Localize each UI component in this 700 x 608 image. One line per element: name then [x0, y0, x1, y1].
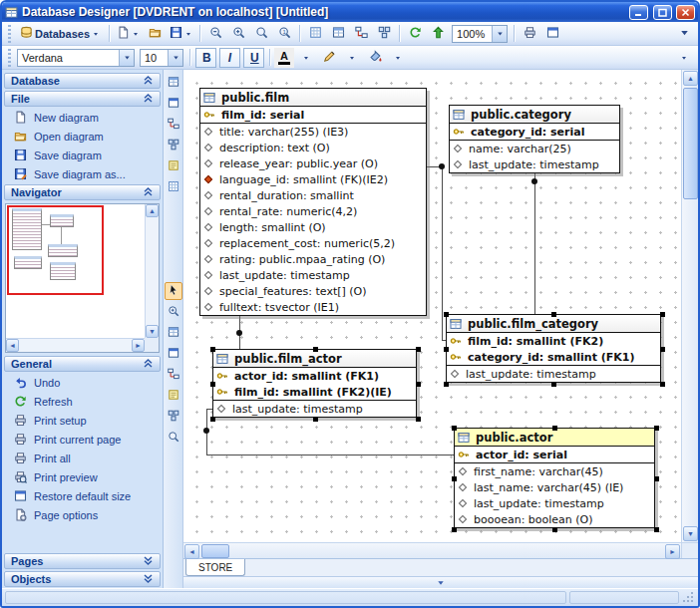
sidebar-item-print-all[interactable]: Print all — [2, 449, 163, 467]
selection-handle[interactable] — [654, 476, 659, 481]
zoom-actual-button[interactable]: 1 — [273, 23, 295, 45]
print-button[interactable] — [519, 23, 540, 45]
sidebar-item-print-current-page[interactable]: Print current page — [2, 430, 163, 449]
add-reference-button[interactable] — [350, 23, 372, 45]
scroll-up-button[interactable]: ▲ — [146, 204, 159, 217]
entity-public.film_actor[interactable]: public.film_actoractor_id: smallint (FK1… — [212, 349, 417, 418]
sidebar-item-new-diagram[interactable]: New diagram — [2, 108, 163, 127]
close-button[interactable] — [676, 5, 695, 20]
sidebar-item-page-options[interactable]: Page options — [2, 505, 163, 524]
selection-handle[interactable] — [660, 312, 665, 317]
font-size-combo[interactable]: 10 — [140, 49, 183, 67]
views-tool[interactable] — [165, 95, 182, 113]
font-family-combo[interactable]: Verdana — [17, 49, 135, 67]
sidebar-item-save-diagram[interactable]: Save diagram — [2, 146, 163, 164]
resize-grip[interactable] — [682, 591, 695, 604]
entity-field-row[interactable]: fulltext: tsvector (IE1) — [200, 299, 426, 315]
refresh-model-button[interactable] — [404, 23, 426, 45]
entity-field-row[interactable]: last_update: timestamp — [213, 401, 416, 417]
fill-color-button[interactable] — [364, 47, 386, 69]
scroll-down-button[interactable]: ▼ — [683, 526, 698, 541]
entity-public.film_category[interactable]: public.film_categoryfilm_id: smallint (F… — [446, 314, 661, 383]
entity-field-row[interactable]: description: text (O) — [200, 140, 426, 155]
pan-tool[interactable] — [165, 429, 182, 447]
toolbar-options-button[interactable] — [673, 23, 695, 45]
scroll-left-button[interactable]: ◄ — [6, 339, 19, 352]
sidebar-item-undo[interactable]: Undo — [2, 373, 163, 392]
open-diagram-button[interactable] — [144, 23, 166, 45]
zoom-in-button[interactable] — [227, 23, 249, 45]
selection-handle[interactable] — [210, 382, 215, 387]
preview-button[interactable] — [541, 23, 563, 45]
section-header-general[interactable]: General — [4, 356, 161, 372]
new-diagram-button[interactable] — [114, 23, 143, 45]
entity-key-row[interactable]: actor_id: serial — [455, 447, 654, 462]
zoom-combo[interactable]: 100% — [452, 25, 508, 43]
chevron-down-icon[interactable] — [119, 50, 134, 66]
chevron-down-icon[interactable] — [168, 50, 182, 66]
selection-handle[interactable] — [444, 382, 449, 387]
entity-public.category[interactable]: public.categorycategory_id: serialname: … — [449, 105, 620, 173]
entity-field-row[interactable]: release_year: public.year (O) — [200, 155, 426, 171]
selection-handle[interactable] — [654, 527, 659, 532]
underline-button[interactable]: U — [243, 48, 264, 68]
new-table-tool[interactable] — [165, 324, 182, 342]
show-grid-button[interactable] — [304, 23, 326, 45]
add-table-button[interactable] — [327, 23, 349, 45]
selection-handle[interactable] — [444, 347, 449, 352]
section-header-objects[interactable]: Objects — [4, 571, 161, 587]
zoom-fit-button[interactable] — [250, 23, 272, 45]
sidebar-item-refresh[interactable]: Refresh — [2, 392, 163, 411]
selection-handle[interactable] — [416, 417, 421, 422]
select-tool[interactable] — [165, 282, 182, 300]
generate-script-button[interactable] — [427, 23, 449, 45]
entity-field-row[interactable]: rating: public.mpaa_rating (O) — [200, 251, 426, 267]
title-bar[interactable]: Database Designer [DVDRENT on localhost]… — [2, 2, 698, 22]
entity-field-row[interactable]: last_update: timestamp — [450, 156, 619, 172]
new-note-tool[interactable] — [165, 387, 182, 405]
vertical-scrollbar[interactable]: ▲ ▼ — [681, 70, 698, 542]
horizontal-scroll-thumb[interactable] — [201, 544, 229, 558]
zoom-tool[interactable] — [165, 303, 182, 321]
bold-button[interactable]: B — [195, 48, 216, 68]
scroll-up-button[interactable]: ▲ — [683, 71, 698, 86]
notes-tool[interactable] — [165, 157, 182, 175]
relationship-line[interactable] — [534, 173, 535, 314]
selection-handle[interactable] — [551, 382, 556, 387]
bottom-splitter[interactable] — [183, 576, 698, 588]
entity-field-row[interactable]: last_update: timestamp — [200, 267, 426, 283]
entity-key-row[interactable]: category_id: smallint (FK1) — [447, 349, 660, 365]
section-header-pages[interactable]: Pages — [4, 553, 161, 569]
selection-handle[interactable] — [416, 382, 421, 387]
new-view-tool[interactable] — [165, 345, 182, 363]
entity-key-row[interactable]: actor_id: smallint (FK1) — [213, 368, 416, 384]
selection-handle[interactable] — [660, 382, 665, 387]
selection-handle[interactable] — [313, 417, 318, 422]
selection-handle[interactable] — [416, 347, 421, 352]
selection-handle[interactable] — [552, 426, 557, 431]
entity-header[interactable]: public.actor — [455, 429, 654, 447]
entity-field-row[interactable]: rental_rate: numeric(4,2) — [200, 203, 426, 219]
entity-key-row[interactable]: film_id: serial — [200, 107, 426, 123]
line-color-dropdown[interactable] — [341, 47, 363, 69]
selection-handle[interactable] — [654, 426, 659, 431]
regions-tool[interactable] — [165, 137, 182, 154]
save-diagram-button[interactable] — [167, 23, 195, 45]
minimap-horizontal-scrollbar[interactable]: ◄► — [6, 338, 145, 352]
scroll-right-button[interactable]: ► — [665, 544, 680, 559]
selection-handle[interactable] — [551, 312, 556, 317]
selection-handle[interactable] — [452, 476, 457, 481]
toolbar-options-button[interactable] — [673, 47, 695, 69]
minimize-button[interactable] — [629, 5, 648, 20]
minimap-view[interactable] — [6, 204, 145, 338]
grid-tool[interactable] — [165, 178, 182, 196]
diagram-canvas[interactable]: public.filmfilm_id: serialtitle: varchar… — [183, 70, 681, 542]
entity-field-row[interactable]: title: varchar(255) (IE3) — [200, 124, 426, 140]
scroll-down-button[interactable]: ▼ — [146, 325, 159, 338]
fill-color-dropdown[interactable] — [387, 47, 409, 69]
entity-field-row[interactable]: name: varchar(25) — [450, 141, 619, 156]
selection-handle[interactable] — [552, 527, 557, 532]
entity-field-row[interactable]: replacement_cost: numeric(5,2) — [200, 235, 426, 251]
entity-field-row[interactable]: last_name: varchar(45) (IE) — [455, 479, 654, 495]
entity-header[interactable]: public.film — [200, 89, 426, 107]
